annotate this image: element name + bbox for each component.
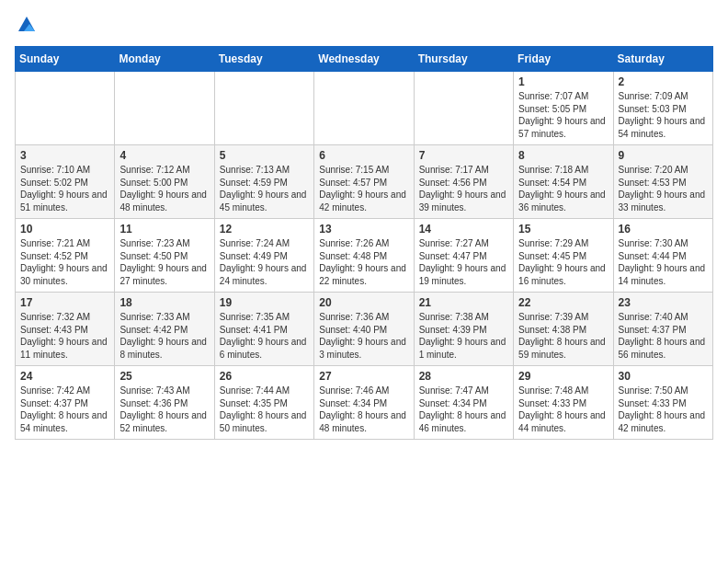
day-info: Sunrise: 7:47 AM Sunset: 4:34 PM Dayligh… (419, 385, 508, 434)
day-number: 16 (619, 223, 708, 236)
day-info: Sunrise: 7:26 AM Sunset: 4:48 PM Dayligh… (319, 237, 408, 287)
day-info: Sunrise: 7:50 AM Sunset: 4:33 PM Dayligh… (619, 385, 708, 434)
header-saturday: Saturday (613, 47, 712, 72)
day-number: 23 (619, 296, 708, 309)
calendar-cell: 9Sunrise: 7:20 AM Sunset: 4:53 PM Daylig… (613, 145, 712, 219)
day-info: Sunrise: 7:18 AM Sunset: 4:54 PM Dayligh… (518, 164, 608, 213)
header-tuesday: Tuesday (214, 47, 313, 72)
day-number: 27 (319, 370, 408, 383)
calendar-cell: 12Sunrise: 7:24 AM Sunset: 4:49 PM Dayli… (214, 219, 313, 293)
calendar-cell (115, 72, 214, 145)
day-number: 15 (518, 223, 608, 236)
calendar-cell: 28Sunrise: 7:47 AM Sunset: 4:34 PM Dayli… (414, 366, 513, 440)
calendar-cell: 21Sunrise: 7:38 AM Sunset: 4:39 PM Dayli… (414, 293, 513, 366)
day-info: Sunrise: 7:23 AM Sunset: 4:50 PM Dayligh… (119, 237, 209, 287)
day-number: 26 (220, 370, 309, 383)
day-info: Sunrise: 7:07 AM Sunset: 5:05 PM Dayligh… (518, 90, 608, 140)
day-info: Sunrise: 7:44 AM Sunset: 4:35 PM Dayligh… (220, 385, 309, 434)
calendar-cell: 11Sunrise: 7:23 AM Sunset: 4:50 PM Dayli… (115, 219, 214, 293)
day-info: Sunrise: 7:12 AM Sunset: 5:00 PM Dayligh… (119, 164, 209, 213)
day-info: Sunrise: 7:29 AM Sunset: 4:45 PM Dayligh… (518, 237, 608, 287)
day-number: 24 (20, 370, 109, 383)
day-number: 8 (518, 149, 608, 162)
day-info: Sunrise: 7:48 AM Sunset: 4:33 PM Dayligh… (518, 385, 608, 434)
calendar-cell: 16Sunrise: 7:30 AM Sunset: 4:44 PM Dayli… (613, 219, 712, 293)
calendar-row-4: 24Sunrise: 7:42 AM Sunset: 4:37 PM Dayli… (16, 366, 713, 440)
day-number: 14 (419, 223, 508, 236)
day-number: 7 (419, 149, 508, 162)
calendar-cell: 19Sunrise: 7:35 AM Sunset: 4:41 PM Dayli… (214, 293, 313, 366)
calendar-cell: 27Sunrise: 7:46 AM Sunset: 4:34 PM Dayli… (314, 366, 414, 440)
day-info: Sunrise: 7:10 AM Sunset: 5:02 PM Dayligh… (20, 164, 109, 213)
calendar-cell (16, 72, 115, 145)
day-info: Sunrise: 7:27 AM Sunset: 4:47 PM Dayligh… (419, 237, 508, 287)
calendar-cell: 6Sunrise: 7:15 AM Sunset: 4:57 PM Daylig… (314, 145, 414, 219)
page-header (15, 15, 713, 35)
day-info: Sunrise: 7:42 AM Sunset: 4:37 PM Dayligh… (20, 385, 109, 434)
day-number: 22 (518, 296, 608, 309)
calendar-cell: 4Sunrise: 7:12 AM Sunset: 5:00 PM Daylig… (115, 145, 214, 219)
calendar-cell: 29Sunrise: 7:48 AM Sunset: 4:33 PM Dayli… (514, 366, 613, 440)
calendar-row-0: 1Sunrise: 7:07 AM Sunset: 5:05 PM Daylig… (16, 72, 713, 145)
header-monday: Monday (115, 47, 214, 72)
day-number: 13 (319, 223, 408, 236)
day-number: 10 (20, 223, 109, 236)
day-info: Sunrise: 7:40 AM Sunset: 4:37 PM Dayligh… (619, 311, 708, 361)
day-info: Sunrise: 7:17 AM Sunset: 4:56 PM Dayligh… (419, 164, 508, 213)
calendar-cell: 3Sunrise: 7:10 AM Sunset: 5:02 PM Daylig… (16, 145, 115, 219)
day-number: 2 (619, 75, 708, 88)
calendar-cell: 25Sunrise: 7:43 AM Sunset: 4:36 PM Dayli… (115, 366, 214, 440)
calendar-table: SundayMondayTuesdayWednesdayThursdayFrid… (15, 46, 713, 440)
day-info: Sunrise: 7:30 AM Sunset: 4:44 PM Dayligh… (619, 237, 708, 287)
day-number: 21 (419, 296, 508, 309)
calendar-cell: 7Sunrise: 7:17 AM Sunset: 4:56 PM Daylig… (414, 145, 513, 219)
day-info: Sunrise: 7:46 AM Sunset: 4:34 PM Dayligh… (319, 385, 408, 434)
day-info: Sunrise: 7:20 AM Sunset: 4:53 PM Dayligh… (619, 164, 708, 213)
day-number: 12 (220, 223, 309, 236)
calendar-cell (314, 72, 414, 145)
logo-icon (17, 15, 37, 35)
calendar-cell: 5Sunrise: 7:13 AM Sunset: 4:59 PM Daylig… (214, 145, 313, 219)
calendar-cell: 17Sunrise: 7:32 AM Sunset: 4:43 PM Dayli… (16, 293, 115, 366)
day-number: 5 (220, 149, 309, 162)
calendar-cell (214, 72, 313, 145)
day-number: 20 (319, 296, 408, 309)
day-info: Sunrise: 7:15 AM Sunset: 4:57 PM Dayligh… (319, 164, 408, 213)
header-friday: Friday (514, 47, 613, 72)
calendar-cell: 20Sunrise: 7:36 AM Sunset: 4:40 PM Dayli… (314, 293, 414, 366)
day-number: 11 (119, 223, 209, 236)
day-info: Sunrise: 7:38 AM Sunset: 4:39 PM Dayligh… (419, 311, 508, 361)
day-number: 1 (518, 75, 608, 88)
day-info: Sunrise: 7:09 AM Sunset: 5:03 PM Dayligh… (619, 90, 708, 140)
day-info: Sunrise: 7:24 AM Sunset: 4:49 PM Dayligh… (220, 237, 309, 287)
day-number: 9 (619, 149, 708, 162)
day-info: Sunrise: 7:13 AM Sunset: 4:59 PM Dayligh… (220, 164, 309, 213)
calendar-cell: 24Sunrise: 7:42 AM Sunset: 4:37 PM Dayli… (16, 366, 115, 440)
calendar-row-2: 10Sunrise: 7:21 AM Sunset: 4:52 PM Dayli… (16, 219, 713, 293)
calendar-row-3: 17Sunrise: 7:32 AM Sunset: 4:43 PM Dayli… (16, 293, 713, 366)
day-info: Sunrise: 7:32 AM Sunset: 4:43 PM Dayligh… (20, 311, 109, 361)
calendar-cell: 15Sunrise: 7:29 AM Sunset: 4:45 PM Dayli… (514, 219, 613, 293)
calendar-cell: 14Sunrise: 7:27 AM Sunset: 4:47 PM Dayli… (414, 219, 513, 293)
logo (15, 15, 37, 35)
calendar-cell: 2Sunrise: 7:09 AM Sunset: 5:03 PM Daylig… (613, 72, 712, 145)
calendar-cell: 8Sunrise: 7:18 AM Sunset: 4:54 PM Daylig… (514, 145, 613, 219)
day-number: 18 (119, 296, 209, 309)
day-info: Sunrise: 7:21 AM Sunset: 4:52 PM Dayligh… (20, 237, 109, 287)
day-number: 25 (119, 370, 209, 383)
day-info: Sunrise: 7:36 AM Sunset: 4:40 PM Dayligh… (319, 311, 408, 361)
day-number: 19 (220, 296, 309, 309)
calendar-cell: 10Sunrise: 7:21 AM Sunset: 4:52 PM Dayli… (16, 219, 115, 293)
day-info: Sunrise: 7:33 AM Sunset: 4:42 PM Dayligh… (119, 311, 209, 361)
header-sunday: Sunday (16, 47, 115, 72)
header-thursday: Thursday (414, 47, 513, 72)
calendar-cell: 26Sunrise: 7:44 AM Sunset: 4:35 PM Dayli… (214, 366, 313, 440)
day-number: 30 (619, 370, 708, 383)
day-info: Sunrise: 7:39 AM Sunset: 4:38 PM Dayligh… (518, 311, 608, 361)
day-number: 17 (20, 296, 109, 309)
calendar-cell: 22Sunrise: 7:39 AM Sunset: 4:38 PM Dayli… (514, 293, 613, 366)
calendar-cell: 13Sunrise: 7:26 AM Sunset: 4:48 PM Dayli… (314, 219, 414, 293)
header-wednesday: Wednesday (314, 47, 414, 72)
day-number: 28 (419, 370, 508, 383)
calendar-header-row: SundayMondayTuesdayWednesdayThursdayFrid… (16, 47, 713, 72)
